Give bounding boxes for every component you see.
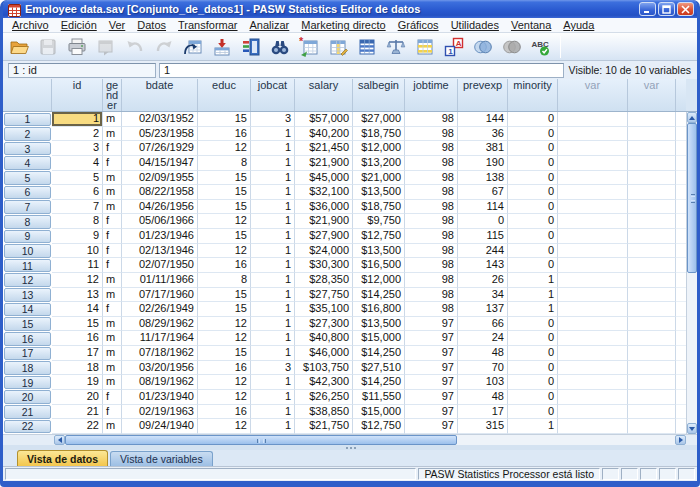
row-header[interactable]: 8 [4,215,51,229]
menu-marketing-directo[interactable]: Marketing directo [295,19,391,31]
menu-transformar[interactable]: Transformar [172,19,244,31]
row-header[interactable]: 16 [4,332,51,346]
cell[interactable]: 98 [405,156,458,171]
cell[interactable] [628,112,676,127]
cell[interactable]: 14 [52,302,103,317]
cell[interactable]: 0 [508,361,558,376]
cell[interactable]: 0 [508,317,558,332]
cell[interactable] [628,405,676,420]
cell[interactable]: 08/19/1962 [122,375,198,390]
cell[interactable]: 1 [251,405,295,420]
cell[interactable]: 1 [251,185,295,200]
cell[interactable]: 26 [458,273,508,288]
row-header[interactable]: 7 [4,200,51,214]
cell[interactable]: 97 [405,361,458,376]
cell[interactable]: 05/06/1966 [122,214,198,229]
cell[interactable]: 03/20/1956 [122,361,198,376]
weight-cases-icon[interactable] [384,35,407,58]
cell[interactable]: $16,800 [353,302,405,317]
cell[interactable]: 98 [405,214,458,229]
cell[interactable]: $12,000 [353,141,405,156]
cell[interactable] [628,273,676,288]
cell[interactable]: 07/26/1929 [122,141,198,156]
cell[interactable]: m [103,200,122,215]
cell[interactable] [628,419,676,434]
row-header[interactable]: 13 [4,288,51,302]
cell[interactable]: 5 [52,171,103,186]
cell[interactable]: 20 [52,390,103,405]
insert-cases-icon[interactable]: * [297,35,320,58]
cell[interactable]: 98 [405,229,458,244]
cell[interactable] [628,317,676,332]
cell[interactable]: 02/13/1946 [122,244,198,259]
cell[interactable]: 98 [405,200,458,215]
cell[interactable]: 10 [52,244,103,259]
cell[interactable] [628,200,676,215]
cell[interactable]: 144 [458,112,508,127]
cell[interactable] [558,288,628,303]
cell[interactable] [558,112,628,127]
cell[interactable]: $103,750 [295,361,353,376]
cell[interactable]: 0 [508,171,558,186]
cell[interactable] [628,375,676,390]
cell[interactable]: $9,750 [353,214,405,229]
cell[interactable]: 1 [251,317,295,332]
cell[interactable] [558,390,628,405]
cell[interactable]: m [103,171,122,186]
cell[interactable]: 16 [198,405,251,420]
use-variable-sets-icon[interactable] [471,35,494,58]
cell[interactable] [628,171,676,186]
cell[interactable]: 15 [198,302,251,317]
cell[interactable]: 18 [52,361,103,376]
cell[interactable]: m [103,346,122,361]
horizontal-scroll-thumb[interactable] [65,435,457,445]
show-all-variables-icon[interactable] [500,35,523,58]
cell[interactable]: 4 [52,156,103,171]
cell[interactable]: $40,800 [295,331,353,346]
row-header[interactable]: 15 [4,317,51,331]
cell[interactable]: $26,250 [295,390,353,405]
cell[interactable]: $27,510 [353,361,405,376]
cell[interactable]: $13,500 [353,317,405,332]
cell[interactable]: $24,000 [295,244,353,259]
cell[interactable]: $27,300 [295,317,353,332]
cell[interactable]: 13 [52,288,103,303]
cell[interactable]: 1 [508,302,558,317]
row-header[interactable]: 12 [4,273,51,287]
tab-vista-de-datos[interactable]: Vista de datos [17,450,108,466]
horizontal-scrollbar[interactable] [54,434,686,445]
cell[interactable]: $15,000 [353,331,405,346]
cell[interactable] [558,127,628,142]
column-header-bdate[interactable]: bdate [122,79,198,111]
row-header[interactable]: 5 [4,171,51,185]
cell[interactable]: 103 [458,375,508,390]
cell[interactable] [558,141,628,156]
cell[interactable]: 16 [198,127,251,142]
cell[interactable] [628,185,676,200]
column-header-jobtime[interactable]: jobtime [405,79,458,111]
cell[interactable]: 07/18/1962 [122,346,198,361]
cell[interactable]: 0 [508,112,558,127]
horizontal-scroll-track[interactable] [457,435,675,445]
cell[interactable] [628,288,676,303]
cell[interactable]: 0 [508,156,558,171]
cell[interactable]: $32,100 [295,185,353,200]
cell[interactable]: 48 [458,346,508,361]
column-header-educ[interactable]: educ [198,79,251,111]
cell[interactable]: 8 [198,273,251,288]
scroll-left-button[interactable] [54,435,65,445]
cell[interactable]: m [103,112,122,127]
cell[interactable]: 04/15/1947 [122,156,198,171]
cell[interactable]: 97 [405,331,458,346]
cell[interactable]: 0 [508,141,558,156]
cell[interactable]: 08/29/1962 [122,317,198,332]
cell[interactable]: 98 [405,244,458,259]
cell[interactable]: 0 [508,331,558,346]
cell[interactable]: 15 [198,229,251,244]
cell[interactable] [628,127,676,142]
cell[interactable]: 02/03/1952 [122,112,198,127]
cell[interactable]: 8 [198,156,251,171]
cell[interactable]: $40,200 [295,127,353,142]
pane-splitter[interactable] [3,445,697,450]
cell[interactable]: 1 [251,214,295,229]
